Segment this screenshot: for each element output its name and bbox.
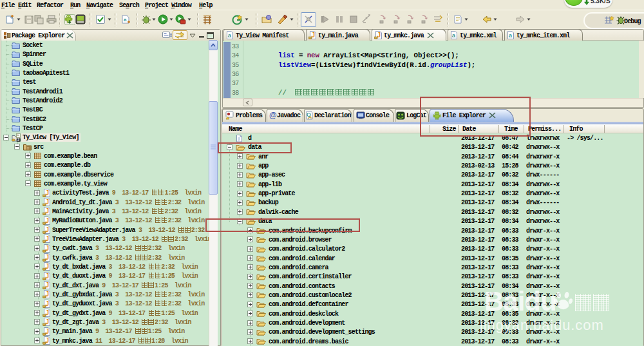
svg-text:a: a (228, 32, 232, 39)
svg-text:a: a (509, 32, 513, 39)
svg-text:a: a (452, 32, 456, 39)
svg-text:@: @ (269, 111, 277, 120)
svg-text:a: a (124, 17, 127, 23)
